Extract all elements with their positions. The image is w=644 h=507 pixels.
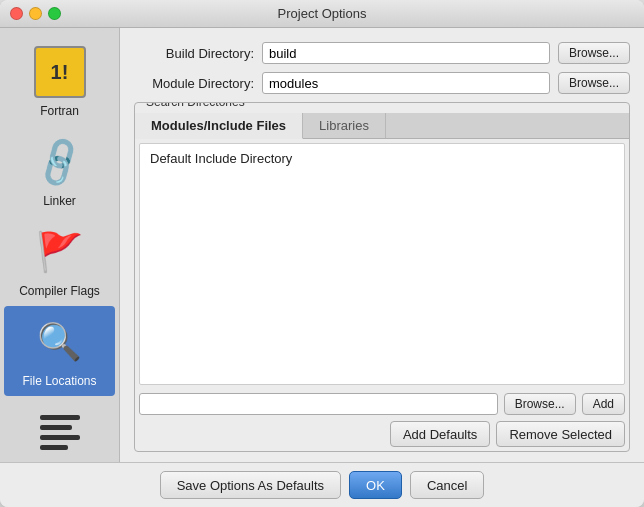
build-directory-input[interactable] xyxy=(262,42,550,64)
make-icon xyxy=(40,415,80,450)
sidebar: 1! Fortran 🔗 Linker 🚩 Compiler Flags xyxy=(0,28,120,462)
actions-row: Add Defaults Remove Selected xyxy=(135,419,629,451)
build-directory-row: Build Directory: Browse... xyxy=(134,42,630,64)
linker-icon: 🔗 xyxy=(30,133,90,192)
module-directory-input[interactable] xyxy=(262,72,550,94)
sidebar-item-linker[interactable]: 🔗 Linker xyxy=(0,126,119,216)
add-browse-button[interactable]: Browse... xyxy=(504,393,576,415)
cancel-button[interactable]: Cancel xyxy=(410,471,484,499)
module-directory-row: Module Directory: Browse... xyxy=(134,72,630,94)
add-directory-row: Browse... Add xyxy=(135,389,629,419)
fortran-icon: 1! xyxy=(34,46,86,98)
search-directories-group: Search Directories Modules/Include Files… xyxy=(134,102,630,452)
list-item[interactable]: Default Include Directory xyxy=(144,148,620,169)
build-browse-button[interactable]: Browse... xyxy=(558,42,630,64)
sidebar-label-compiler-flags: Compiler Flags xyxy=(19,284,100,298)
module-directory-label: Module Directory: xyxy=(134,76,254,91)
tab-libraries[interactable]: Libraries xyxy=(303,113,386,138)
compiler-flags-icon-area: 🚩 xyxy=(32,224,88,280)
project-options-window: Project Options 1! Fortran 🔗 Linker xyxy=(0,0,644,507)
fileloc-icon: 🔍 xyxy=(37,321,82,363)
bottom-bar: Save Options As Defaults OK Cancel xyxy=(0,462,644,507)
new-directory-input[interactable] xyxy=(139,393,498,415)
tabs-bar: Modules/Include Files Libraries xyxy=(135,113,629,139)
fortran-icon-area: 1! xyxy=(32,44,88,100)
window-title: Project Options xyxy=(278,6,367,21)
minimize-button[interactable] xyxy=(29,7,42,20)
tab-content-modules: Default Include Directory xyxy=(139,143,625,385)
sidebar-item-fortran[interactable]: 1! Fortran xyxy=(0,36,119,126)
sidebar-item-file-locations[interactable]: 🔍 File Locations xyxy=(4,306,115,396)
sidebar-label-fortran: Fortran xyxy=(40,104,79,118)
sidebar-item-make-options[interactable]: Make Options xyxy=(0,396,119,462)
linker-icon-area: 🔗 xyxy=(32,134,88,190)
window-controls xyxy=(10,7,61,20)
close-button[interactable] xyxy=(10,7,23,20)
make-options-icon-area xyxy=(32,404,88,460)
add-button[interactable]: Add xyxy=(582,393,625,415)
add-defaults-button[interactable]: Add Defaults xyxy=(390,421,490,447)
flag-icon: 🚩 xyxy=(36,230,83,274)
build-directory-label: Build Directory: xyxy=(134,46,254,61)
group-body: Modules/Include Files Libraries Default … xyxy=(135,113,629,451)
sidebar-item-compiler-flags[interactable]: 🚩 Compiler Flags xyxy=(0,216,119,306)
save-options-button[interactable]: Save Options As Defaults xyxy=(160,471,341,499)
sidebar-label-linker: Linker xyxy=(43,194,76,208)
main-content: 1! Fortran 🔗 Linker 🚩 Compiler Flags xyxy=(0,28,644,462)
maximize-button[interactable] xyxy=(48,7,61,20)
ok-button[interactable]: OK xyxy=(349,471,402,499)
file-locations-icon-area: 🔍 xyxy=(32,314,88,370)
right-panel: Build Directory: Browse... Module Direct… xyxy=(120,28,644,462)
title-bar: Project Options xyxy=(0,0,644,28)
search-directories-legend: Search Directories xyxy=(143,102,248,109)
tab-modules-include[interactable]: Modules/Include Files xyxy=(135,113,303,139)
sidebar-label-file-locations: File Locations xyxy=(22,374,96,388)
remove-selected-button[interactable]: Remove Selected xyxy=(496,421,625,447)
module-browse-button[interactable]: Browse... xyxy=(558,72,630,94)
